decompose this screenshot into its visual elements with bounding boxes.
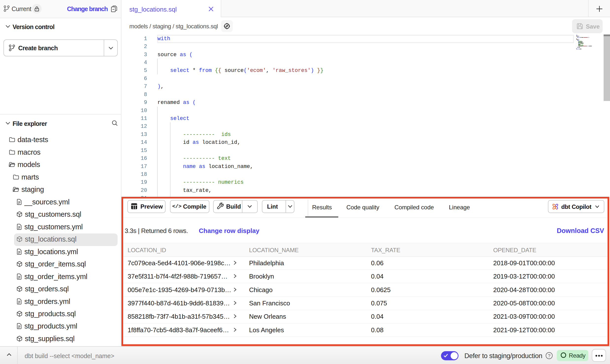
svg-text:?: ? — [548, 353, 551, 358]
